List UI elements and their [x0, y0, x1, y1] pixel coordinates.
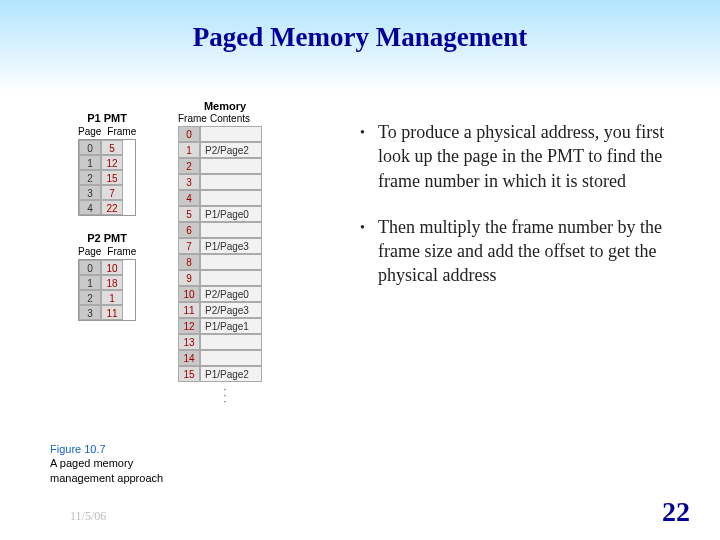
mem-idx: 15 [178, 366, 200, 382]
pmt-cell: 1 [79, 275, 101, 290]
pmt-header-frame: Frame [107, 126, 136, 137]
pmt-cell: 1 [79, 155, 101, 170]
mem-val: P1/Page2 [200, 366, 262, 382]
p1-pmt-table: 05 112 215 37 422 [78, 139, 136, 216]
mem-idx: 5 [178, 206, 200, 222]
pmt-header-page: Page [78, 246, 101, 257]
pmt-cell: 15 [101, 170, 123, 185]
figure-number: Figure 10.7 [50, 443, 106, 455]
mem-val [200, 334, 262, 350]
p2-pmt-title: P2 PMT [78, 232, 136, 244]
pmt-cell: 0 [79, 140, 101, 155]
pmt-cell: 3 [79, 185, 101, 200]
mem-val [200, 190, 262, 206]
memory-header-frame: Frame [178, 113, 200, 124]
mem-val [200, 126, 262, 142]
pmt-cell: 0 [79, 260, 101, 275]
mem-idx: 9 [178, 270, 200, 286]
bullet-item: • To produce a physical address, you fir… [360, 120, 670, 193]
footer-date: 11/5/06 [70, 509, 106, 524]
mem-idx: 11 [178, 302, 200, 318]
pmt-header-page: Page [78, 126, 101, 137]
pmt-cell: 12 [101, 155, 123, 170]
pmt-cell: 1 [101, 290, 123, 305]
mem-idx: 7 [178, 238, 200, 254]
mem-val [200, 158, 262, 174]
memory-column: Memory Frame Contents 0 1P2/Page2 2 3 4 … [178, 100, 272, 404]
p1-pmt-title: P1 PMT [78, 112, 136, 124]
mem-val [200, 174, 262, 190]
mem-val: P1/Page3 [200, 238, 262, 254]
bullet-icon: • [360, 215, 378, 288]
bullet-text: To produce a physical address, you first… [378, 120, 670, 193]
mem-val: P1/Page1 [200, 318, 262, 334]
page-number: 22 [662, 496, 690, 528]
bullet-icon: • [360, 120, 378, 193]
bullet-text: Then multiply the frame number by the fr… [378, 215, 670, 288]
pmt-header-frame: Frame [107, 246, 136, 257]
bullet-item: • Then multiply the frame number by the … [360, 215, 670, 288]
mem-val [200, 222, 262, 238]
pmt-cell: 18 [101, 275, 123, 290]
slide-header: Paged Memory Management [0, 0, 720, 92]
memory-title: Memory [178, 100, 272, 112]
mem-idx: 10 [178, 286, 200, 302]
mem-idx: 3 [178, 174, 200, 190]
mem-idx: 14 [178, 350, 200, 366]
mem-idx: 13 [178, 334, 200, 350]
figure-caption-text: A paged memory management approach [50, 457, 163, 483]
mem-idx: 1 [178, 142, 200, 158]
pmt-cell: 2 [79, 290, 101, 305]
mem-idx: 6 [178, 222, 200, 238]
p2-pmt-table: 010 118 21 311 [78, 259, 136, 321]
mem-val: P1/Page0 [200, 206, 262, 222]
mem-idx: 12 [178, 318, 200, 334]
page-title: Paged Memory Management [0, 22, 720, 53]
memory-table: 0 1P2/Page2 2 3 4 5P1/Page0 6 7P1/Page3 … [178, 126, 272, 382]
pmt-cell: 10 [101, 260, 123, 275]
mem-idx: 2 [178, 158, 200, 174]
pmt-cell: 3 [79, 305, 101, 320]
pmt-cell: 7 [101, 185, 123, 200]
mem-idx: 4 [178, 190, 200, 206]
pmt-cell: 2 [79, 170, 101, 185]
content-area: P1 PMT Page Frame 05 112 215 37 422 P2 P… [0, 92, 720, 540]
mem-val: P2/Page0 [200, 286, 262, 302]
mem-idx: 0 [178, 126, 200, 142]
p1-pmt: P1 PMT Page Frame 05 112 215 37 422 [78, 112, 136, 216]
ellipsis-icon: ··· [178, 386, 272, 404]
body-text: • To produce a physical address, you fir… [360, 120, 670, 310]
mem-idx: 8 [178, 254, 200, 270]
pmt-cell: 11 [101, 305, 123, 320]
mem-val: P2/Page2 [200, 142, 262, 158]
mem-val [200, 254, 262, 270]
figure-caption: Figure 10.7 A paged memory management ap… [50, 442, 200, 485]
memory-header-contents: Contents [210, 113, 272, 124]
pmt-cell: 4 [79, 200, 101, 215]
mem-val [200, 350, 262, 366]
mem-val: P2/Page3 [200, 302, 262, 318]
mem-val [200, 270, 262, 286]
pmt-cell: 22 [101, 200, 123, 215]
pmt-cell: 5 [101, 140, 123, 155]
p2-pmt: P2 PMT Page Frame 010 118 21 311 [78, 232, 136, 321]
